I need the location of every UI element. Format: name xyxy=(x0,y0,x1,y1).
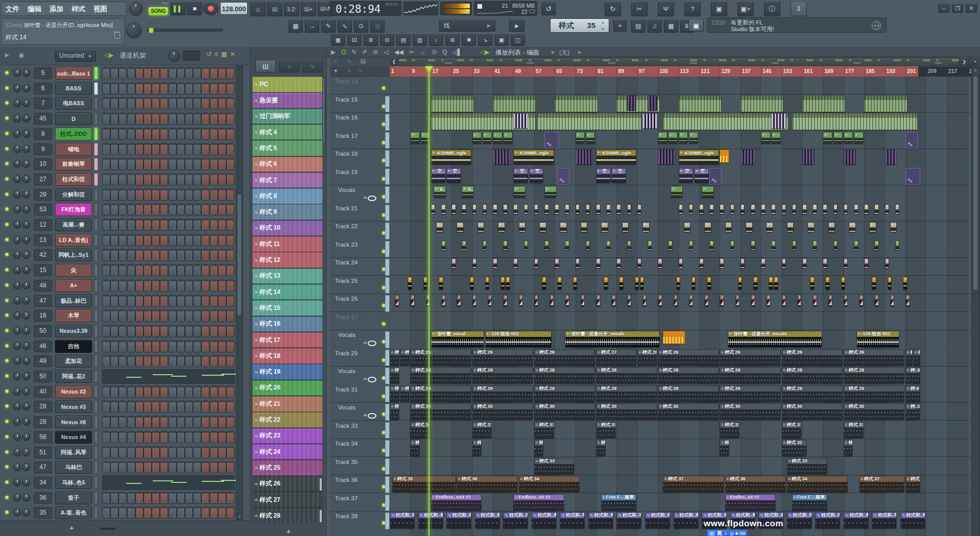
step-button[interactable] xyxy=(118,219,127,231)
brush-icon[interactable]: ✐ xyxy=(362,48,367,56)
playlist-mode[interactable]: (无) xyxy=(559,48,569,57)
channel-volume-knob[interactable] xyxy=(22,463,30,471)
channel-pan-knob[interactable] xyxy=(13,297,21,304)
step-button[interactable] xyxy=(210,204,218,215)
step-button[interactable] xyxy=(169,416,177,428)
jog-button[interactable]: ▶ xyxy=(509,19,524,32)
step-button[interactable] xyxy=(210,340,218,352)
clip[interactable]: ⊢ xyxy=(844,258,848,269)
clip-样式 33[interactable]: ≡样式 33 xyxy=(787,458,827,475)
step-button[interactable] xyxy=(118,113,127,125)
channel-led[interactable] xyxy=(5,223,9,226)
channel-button[interactable]: 阿福..花2 xyxy=(55,370,92,383)
step-button[interactable] xyxy=(210,492,218,504)
step-button[interactable] xyxy=(218,264,226,276)
step-button[interactable] xyxy=(193,174,201,185)
step-button[interactable] xyxy=(185,189,193,201)
pattern-item[interactable]: ≡样式 7 xyxy=(252,173,323,188)
step-button[interactable] xyxy=(110,492,118,504)
clip[interactable]: ⊢ xyxy=(740,258,745,269)
clip-样.6[interactable]: ≡样.6 xyxy=(400,349,410,366)
step-button[interactable] xyxy=(144,174,152,185)
clip[interactable]: ⊢ xyxy=(787,222,794,232)
channel-led[interactable] xyxy=(5,177,9,181)
step-button[interactable] xyxy=(210,234,218,246)
step-button[interactable] xyxy=(226,249,234,261)
channel-rack-window-button[interactable]: ≣ xyxy=(364,34,378,46)
clip[interactable] xyxy=(431,95,474,112)
clip[interactable]: ⊢ xyxy=(493,204,497,214)
step-button[interactable] xyxy=(193,447,201,458)
clip[interactable]: ⊢ xyxy=(844,204,848,214)
step-button[interactable] xyxy=(144,340,152,352)
clip[interactable]: ⊢ xyxy=(841,277,846,290)
clip[interactable]: ⊢ xyxy=(895,240,900,251)
step-button[interactable] xyxy=(169,189,177,201)
step-button[interactable] xyxy=(110,280,118,291)
track-collapse-icon[interactable] xyxy=(363,341,367,344)
step-button[interactable] xyxy=(169,280,177,291)
channel-volume-knob[interactable] xyxy=(22,266,30,274)
clip[interactable]: ⊢ xyxy=(859,295,864,307)
step-button[interactable] xyxy=(135,310,144,322)
channel-volume-knob[interactable] xyxy=(22,327,30,334)
step-button[interactable] xyxy=(160,83,168,94)
clip[interactable] xyxy=(493,95,536,112)
search-icon[interactable]: ⊙ xyxy=(708,531,715,536)
step-button[interactable] xyxy=(226,219,234,231)
rack-loop-icon[interactable]: ◉ xyxy=(18,51,24,59)
track-color-strip[interactable] xyxy=(385,277,390,294)
step-button[interactable] xyxy=(102,264,110,276)
step-button[interactable] xyxy=(135,507,144,519)
step-button[interactable] xyxy=(135,204,144,215)
pattern-item[interactable]: ≡样式 24 xyxy=(252,444,323,460)
step-button[interactable] xyxy=(118,98,127,109)
track-options-dots[interactable]: ⋯ xyxy=(336,213,341,218)
clip[interactable]: ⊢ xyxy=(810,277,815,290)
channel-volume-knob[interactable] xyxy=(22,508,30,516)
clip[interactable]: ⊢ xyxy=(792,204,797,214)
step-button[interactable] xyxy=(218,280,226,291)
clip[interactable]: ⊢ xyxy=(410,295,415,307)
clip-样式 35[interactable]: ≡样式 35 xyxy=(392,476,456,493)
clip[interactable]: ⊢ xyxy=(616,258,621,269)
track-options-dots[interactable]: ⋯ xyxy=(336,267,341,273)
clip[interactable]: ⊢ xyxy=(802,258,807,269)
clip-样式 26[interactable]: ≡样式 26 xyxy=(844,349,905,366)
pattern-item[interactable]: ≡样式 19 xyxy=(252,364,323,380)
step-button[interactable] xyxy=(152,234,160,246)
clip-样式 36[interactable]: ≡样式 36 xyxy=(457,476,518,493)
track-options-dots[interactable]: ⋯ xyxy=(336,123,341,128)
step-button[interactable] xyxy=(185,280,193,291)
step-button[interactable] xyxy=(152,416,160,428)
clip-样.9[interactable]: ≡样.9 xyxy=(400,385,410,402)
pattern-item[interactable]: ≡样式 21 xyxy=(252,396,323,412)
step-button[interactable] xyxy=(210,447,218,458)
pattern-item[interactable]: ≡样式 20 xyxy=(252,380,323,396)
step-button[interactable] xyxy=(135,431,144,443)
channel-pan-knob[interactable] xyxy=(13,251,21,258)
track-options-dots[interactable]: ⋯ xyxy=(336,449,341,454)
step-button[interactable] xyxy=(226,264,234,276)
track-header[interactable]: Track 35⋯ xyxy=(330,457,390,476)
clip-样式 31[interactable]: ≡样式 31 xyxy=(844,422,864,438)
wait-input-button[interactable]: Ш xyxy=(267,2,282,16)
step-button[interactable] xyxy=(210,325,218,337)
step-button[interactable] xyxy=(226,401,234,412)
step-button[interactable] xyxy=(185,128,193,140)
step-button[interactable] xyxy=(226,83,234,94)
step-button[interactable] xyxy=(127,507,135,519)
step-button[interactable] xyxy=(193,234,201,246)
close-icon[interactable]: ✕ xyxy=(230,51,235,58)
track-options-dots[interactable]: ⋯ xyxy=(336,231,341,236)
clip[interactable]: ⊢ xyxy=(640,277,644,290)
track-options-dots[interactable]: ⋯ xyxy=(336,412,341,418)
step-button[interactable] xyxy=(177,280,185,291)
step-button[interactable] xyxy=(177,310,185,322)
clip-样式 30[interactable]: ≡样式 30 xyxy=(658,403,719,420)
step-button[interactable] xyxy=(177,340,185,352)
clip-样式 29[interactable]: ≡样式 29 xyxy=(782,385,843,402)
step-button[interactable] xyxy=(152,310,160,322)
clip[interactable]: ⊢ xyxy=(441,204,446,214)
step-button[interactable] xyxy=(160,416,168,428)
